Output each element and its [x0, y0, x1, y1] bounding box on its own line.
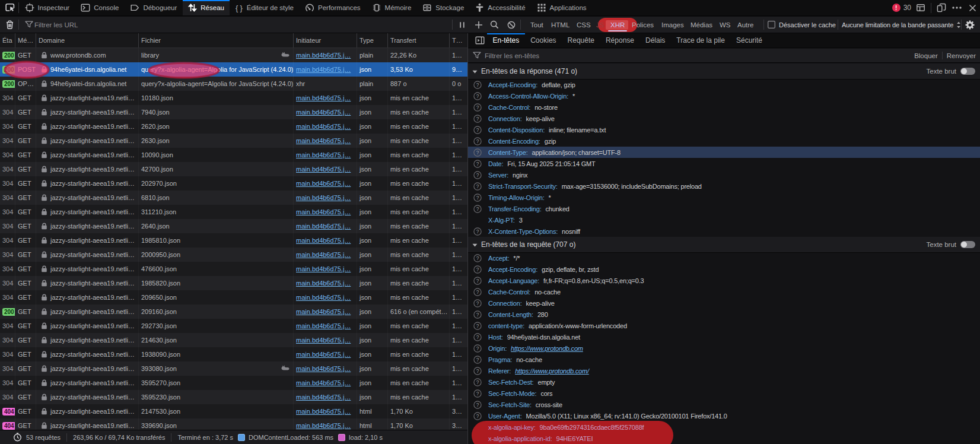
svg-text:?: ? [476, 357, 479, 363]
svg-text:?: ? [476, 413, 479, 419]
svg-text:?: ? [476, 138, 479, 144]
svg-text:?: ? [476, 150, 479, 156]
svg-text:?: ? [476, 172, 479, 178]
svg-text:?: ? [476, 300, 479, 306]
svg-text:?: ? [476, 267, 479, 272]
svg-text:?: ? [476, 312, 479, 318]
svg-text:?: ? [476, 323, 479, 329]
svg-text:?: ? [476, 161, 479, 167]
svg-text:?: ? [476, 206, 479, 212]
svg-text:?: ? [476, 229, 479, 234]
svg-text:?: ? [476, 278, 479, 284]
svg-text:?: ? [476, 345, 479, 351]
svg-text:?: ? [476, 93, 479, 99]
svg-text:?: ? [476, 255, 479, 261]
svg-text:?: ? [476, 379, 479, 385]
svg-text:?: ? [476, 104, 479, 110]
svg-text:?: ? [476, 402, 479, 408]
svg-text:?: ? [476, 127, 479, 133]
svg-text:?: ? [476, 334, 479, 340]
svg-text:?: ? [476, 391, 479, 397]
svg-text:?: ? [476, 183, 479, 189]
svg-text:?: ? [476, 116, 479, 122]
svg-text:?: ? [476, 289, 479, 295]
svg-text:?: ? [476, 82, 479, 88]
svg-text:?: ? [476, 195, 479, 201]
svg-text:?: ? [476, 368, 479, 374]
